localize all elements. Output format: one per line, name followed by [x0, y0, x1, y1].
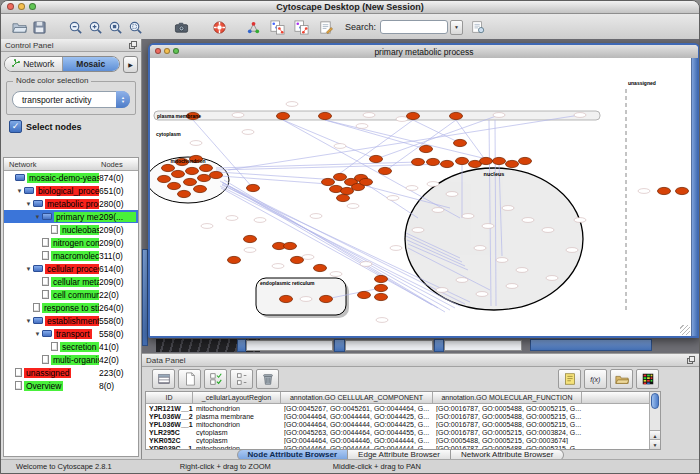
- network-node-selected[interactable]: [194, 185, 207, 192]
- disclosure-triangle-icon[interactable]: ▼: [33, 331, 42, 337]
- column-header[interactable]: annotation.GO MOLECULAR_FUNCTION: [433, 392, 582, 403]
- select-nodes-checkbox[interactable]: ✓: [9, 120, 22, 133]
- tree-header-network[interactable]: Network: [4, 160, 37, 169]
- vertical-scrollbar[interactable]: [691, 58, 698, 336]
- network-node-selected[interactable]: [441, 160, 454, 167]
- tree-item-multi-organism-pro[interactable]: multi-organism pro42(0): [4, 353, 138, 366]
- network-node-selected[interactable]: [358, 291, 371, 298]
- network-node-selected[interactable]: [337, 194, 350, 201]
- network-node-selected[interactable]: [244, 235, 257, 242]
- network-node[interactable]: [638, 189, 650, 194]
- network-node-selected[interactable]: [200, 164, 213, 171]
- search-input[interactable]: [380, 20, 448, 34]
- network-canvas[interactable]: plasma membranecytoplasmmitochondrionnuc…: [150, 58, 691, 336]
- network-node[interactable]: [482, 224, 494, 229]
- network-node-selected[interactable]: [210, 171, 223, 178]
- network-node-selected[interactable]: [658, 187, 671, 194]
- network-node[interactable]: [363, 113, 375, 118]
- network-node-selected[interactable]: [450, 112, 463, 119]
- node-color-dropdown[interactable]: transporter activity ▲▼: [12, 91, 130, 108]
- tree-item-establishment-of-lo[interactable]: ▼establishment of lo558(0): [4, 314, 138, 327]
- table-row[interactable]: YLR295Ccytoplasm[GO:0045263, GO:0044464,…: [146, 428, 660, 436]
- network-node[interactable]: [334, 144, 346, 149]
- network-node-selected[interactable]: [407, 112, 420, 119]
- column-header[interactable]: ID: [146, 392, 193, 403]
- table-row[interactable]: YKR052Ccytoplasm[GO:0044464, GO:0044446,…: [146, 436, 660, 444]
- network-node[interactable]: [300, 297, 312, 302]
- network-node[interactable]: [436, 288, 448, 293]
- network-node-selected[interactable]: [375, 293, 388, 300]
- network-node-selected[interactable]: [334, 173, 347, 180]
- network-edge[interactable]: [220, 176, 328, 184]
- network-node[interactable]: [476, 292, 488, 297]
- tree-header-nodes[interactable]: Nodes: [101, 160, 138, 169]
- network-node[interactable]: [502, 206, 514, 211]
- disclosure-triangle-icon[interactable]: ▼: [24, 266, 33, 272]
- save-icon[interactable]: [29, 17, 49, 37]
- network-node[interactable]: [546, 276, 558, 281]
- network-node-selected[interactable]: [158, 175, 171, 182]
- zoom-button[interactable]: [29, 3, 36, 10]
- tree-item-biological-process[interactable]: ▼biological_process651(0): [4, 184, 138, 197]
- network-node-selected[interactable]: [168, 182, 181, 189]
- column-header[interactable]: annotation.GO CELLULAR_COMPONENT: [281, 392, 433, 403]
- network-node-selected[interactable]: [454, 139, 467, 146]
- snapshot-icon[interactable]: [171, 17, 191, 37]
- network-node[interactable]: [387, 196, 399, 201]
- network-node[interactable]: [456, 278, 468, 283]
- minimize-button[interactable]: [164, 48, 170, 54]
- network-node[interactable]: [330, 272, 342, 277]
- network-node[interactable]: [390, 246, 402, 251]
- network-node[interactable]: [242, 130, 254, 135]
- network-node[interactable]: [376, 318, 388, 323]
- network-node-selected[interactable]: [375, 284, 388, 291]
- network-node[interactable]: [286, 102, 298, 107]
- network-node-selected[interactable]: [314, 264, 327, 271]
- network-node-selected[interactable]: [493, 157, 506, 164]
- network-node[interactable]: [516, 268, 528, 273]
- zoom-button[interactable]: [173, 48, 179, 54]
- tree-item-unassigned[interactable]: unassigned223(0): [4, 366, 138, 379]
- network-node-selected[interactable]: [412, 158, 425, 165]
- resize-grip[interactable]: [680, 325, 690, 335]
- network-node-selected[interactable]: [162, 164, 175, 171]
- zoom-region-icon[interactable]: [125, 17, 145, 37]
- network-view-window[interactable]: primary metabolic process plasma membran…: [148, 43, 699, 338]
- zoom-out-icon[interactable]: [65, 17, 85, 37]
- tree-item-mosaic-demo-yeast[interactable]: mosaic-demo-yeast874(0): [4, 171, 138, 184]
- table-row[interactable]: YPL036W__1mitochondrion[GO:0044464, GO:0…: [146, 420, 660, 428]
- network-node-selected[interactable]: [370, 155, 383, 162]
- network-node-selected[interactable]: [186, 167, 199, 174]
- delete-attribute-icon[interactable]: [256, 369, 279, 389]
- network-node[interactable]: [396, 117, 408, 122]
- network-node-selected[interactable]: [322, 178, 335, 185]
- network-node[interactable]: [226, 216, 238, 221]
- tree-item-primary-metabo[interactable]: ▼primary metabo209(...: [4, 210, 138, 223]
- unselect-attributes-icon[interactable]: [230, 369, 253, 389]
- tree-item-nitrogen-compo[interactable]: nitrogen compo209(0): [4, 236, 138, 249]
- network-node-selected[interactable]: [284, 242, 297, 249]
- network-node[interactable]: [232, 113, 244, 118]
- help-icon[interactable]: [209, 17, 229, 37]
- table-vertical-scrollbar[interactable]: ▲ ▼: [649, 392, 660, 449]
- network-node-selected[interactable]: [280, 295, 293, 302]
- network-edge[interactable]: [328, 120, 413, 182]
- select-attributes-icon[interactable]: [204, 369, 227, 389]
- disclosure-triangle-icon[interactable]: ▼: [33, 214, 42, 220]
- main-titlebar[interactable]: Cytoscape Desktop (New Session): [1, 1, 699, 14]
- tree-item-macromolecule[interactable]: macromolecule311(0): [4, 249, 138, 262]
- float-panel-icon[interactable]: [129, 41, 137, 49]
- new-attribute-icon[interactable]: [178, 369, 201, 389]
- network-node[interactable]: [462, 214, 474, 219]
- network-node[interactable]: [474, 246, 486, 251]
- import-table-icon[interactable]: [610, 369, 633, 389]
- network-node-selected[interactable]: [519, 157, 532, 164]
- network-node-selected[interactable]: [375, 275, 388, 282]
- tree-item-cell-communicat[interactable]: cell communicat22(0): [4, 288, 138, 301]
- disclosure-triangle-icon[interactable]: ▼: [24, 318, 33, 324]
- minimize-button[interactable]: [18, 3, 25, 10]
- network-node[interactable]: [201, 224, 213, 229]
- zoom-in-icon[interactable]: [85, 17, 105, 37]
- network-node[interactable]: [574, 218, 586, 223]
- network-node-selected[interactable]: [319, 112, 332, 119]
